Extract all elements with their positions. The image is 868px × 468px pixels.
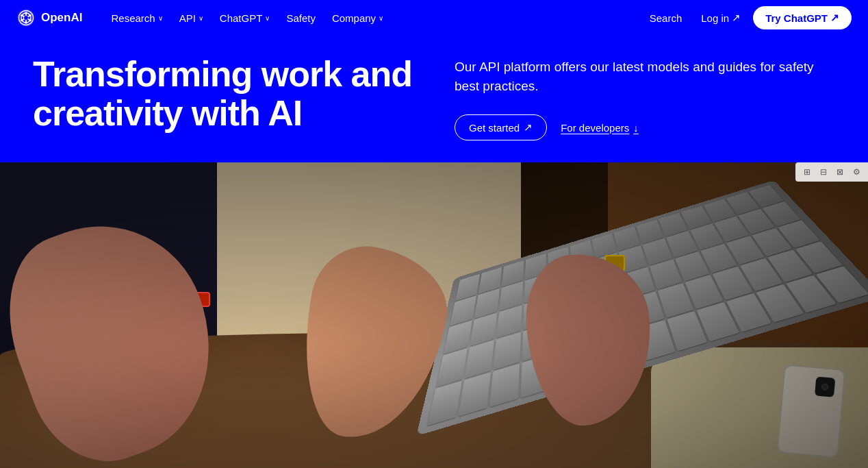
nav-chatgpt[interactable]: ChatGPT ∨ <box>213 8 277 28</box>
try-chatgpt-button[interactable]: Try ChatGPT ↗ <box>753 6 852 29</box>
developers-arrow-icon: ↓ <box>633 122 639 134</box>
image-toolbar: ⊞ ⊟ ⊠ ⚙ <box>795 162 868 182</box>
get-started-arrow-icon: ↗ <box>524 121 533 134</box>
hero-right: Our API platform offers our latest model… <box>455 55 835 140</box>
try-arrow-icon: ↗ <box>830 12 839 24</box>
chatgpt-chevron-icon: ∨ <box>265 14 270 22</box>
svg-point-9 <box>21 19 23 22</box>
logo-link[interactable]: OpenAI <box>16 8 82 27</box>
brand-name: OpenAI <box>41 11 82 25</box>
company-chevron-icon: ∨ <box>379 14 383 22</box>
openai-logo-icon <box>16 8 36 27</box>
svg-point-4 <box>25 12 27 14</box>
toolbar-grid-icon[interactable]: ⊞ <box>800 164 815 180</box>
nav-api[interactable]: API ∨ <box>173 8 210 28</box>
nav-links: Research ∨ API ∨ ChatGPT ∨ Safety Compan… <box>104 8 642 28</box>
login-arrow-icon: ↗ <box>732 12 741 24</box>
hero-title: Transforming work and creativity with AI <box>33 55 413 133</box>
camera-lens <box>821 383 829 391</box>
svg-point-5 <box>25 21 27 24</box>
hero-image-section: ⊞ ⊟ ⊠ ⚙ <box>0 162 868 468</box>
hero-section: Transforming work and creativity with AI… <box>0 36 868 162</box>
svg-point-10 <box>24 16 28 20</box>
phone-camera-module <box>815 376 835 397</box>
nav-research[interactable]: Research ∨ <box>104 8 169 28</box>
scene <box>0 162 868 468</box>
nav-right: Search Log in ↗ Try ChatGPT ↗ <box>643 6 852 29</box>
toolbar-settings-icon[interactable]: ⚙ <box>849 164 864 180</box>
navbar: OpenAI Research ∨ API ∨ ChatGPT ∨ Safety… <box>0 0 868 36</box>
research-chevron-icon: ∨ <box>158 14 163 22</box>
hero-description: Our API platform offers our latest model… <box>455 58 835 95</box>
svg-point-8 <box>29 19 31 22</box>
api-chevron-icon: ∨ <box>199 14 203 22</box>
phone <box>776 364 845 458</box>
hero-image <box>0 162 868 468</box>
login-button[interactable]: Log in ↗ <box>694 8 748 28</box>
hero-buttons: Get started ↗ For developers ↓ <box>455 114 835 140</box>
nav-safety[interactable]: Safety <box>279 8 322 28</box>
for-developers-button[interactable]: For developers ↓ <box>561 122 639 134</box>
toolbar-expand-icon[interactable]: ⊠ <box>832 164 847 180</box>
svg-point-6 <box>29 14 31 17</box>
search-button[interactable]: Search <box>643 8 689 28</box>
svg-point-7 <box>21 14 23 17</box>
nav-company[interactable]: Company ∨ <box>325 8 390 28</box>
hero-left: Transforming work and creativity with AI <box>33 55 413 133</box>
toolbar-columns-icon[interactable]: ⊟ <box>816 164 831 180</box>
get-started-button[interactable]: Get started ↗ <box>455 114 547 140</box>
